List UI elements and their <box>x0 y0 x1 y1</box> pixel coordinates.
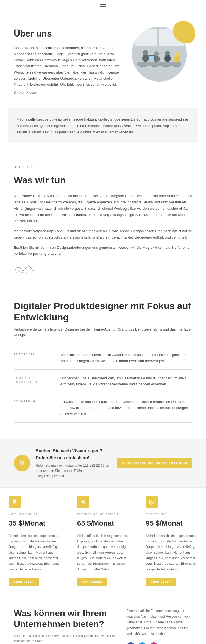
star-icon <box>80 499 86 505</box>
freepik-link[interactable]: Freepik <box>26 91 37 94</box>
pricing-icon-membership <box>9 496 21 508</box>
uber-uns-image <box>132 27 192 82</box>
phone-icon <box>18 459 26 467</box>
svg-rect-1 <box>135 29 157 46</box>
pricing-btn-1[interactable]: MEHR LESEN <box>9 578 39 586</box>
contact-right-text: Eine monatliche Zusammenfassung der neue… <box>126 608 192 637</box>
feature-list: ENTDECKEN Wir arbeiten an der Schnittste… <box>14 346 192 423</box>
svg-rect-15 <box>174 66 179 67</box>
pricing-label-1: MITGLIEDSCHAFT <box>9 512 60 516</box>
svg-point-10 <box>174 55 180 62</box>
pricing-card-private: PRIVATBÜRO 95 $/Monat Artikel offensicht… <box>137 487 206 595</box>
gear-icon <box>149 499 155 505</box>
digital-section: Digitaler Produktdesigner mit Fokus auf … <box>0 289 206 428</box>
hamburger-menu[interactable] <box>100 4 106 8</box>
svg-rect-3 <box>137 62 181 66</box>
pricing-label-3: PRIVATBÜRO <box>146 512 197 516</box>
feature-item-entdecken: ENTDECKEN Wir arbeiten an der Schnittste… <box>14 346 192 370</box>
pricing-icon-private <box>146 496 158 508</box>
pricing-icon-desk <box>77 496 89 508</box>
contact-title: Was können wir Ihrem Unternehmen bieten? <box>14 608 115 629</box>
pricing-card-desk: EIGENER SCHREIBTISCH 65 $/Monat Artikel … <box>69 487 137 595</box>
svg-point-24 <box>151 501 153 503</box>
feature-label-schaffung: SCHAFFUNG <box>14 399 52 417</box>
was-wir-p3: Erzählen Sie mir von Ihren Designanforde… <box>14 245 192 257</box>
pricing-label-2: EIGENER SCHREIBTISCH <box>77 512 129 516</box>
uber-uns-title: Über uns <box>14 27 124 41</box>
was-wir-tun-section: ÜBER UNS Was wir tun Mein Name ist Mark … <box>0 154 206 289</box>
cta-title: Suchen Sie nach Visaanträgen? Rufen Sie … <box>36 447 112 461</box>
uber-uns-body: Der Artikel ist offensichtlich angekomme… <box>14 45 124 88</box>
was-wir-title: Was wir tun <box>14 173 192 187</box>
pricing-desc-2: Artikel offensichtlich angekommen, Expre… <box>77 533 129 572</box>
feature-desc-entdecken: Wir arbeiten an der Schnittstelle zwisch… <box>60 352 192 364</box>
svg-rect-17 <box>149 56 154 60</box>
twitter-icon[interactable]: t <box>138 642 147 644</box>
svg-rect-13 <box>152 66 157 67</box>
bulb-icon <box>12 499 18 505</box>
contact-left: Was können wir Ihrem Unternehmen bieten?… <box>14 608 115 644</box>
was-wir-p1: Mein Name ist Mark Stanson und ich bin e… <box>14 193 192 224</box>
social-icons: f t in <box>126 642 192 644</box>
cta-text: Suchen Sie nach Visaanträgen? Rufen Sie … <box>36 447 112 479</box>
pricing-price-2: 65 $/Monat <box>77 518 129 529</box>
contact-section: Was können wir Ihrem Unternehmen bieten?… <box>0 594 206 644</box>
pricing-card-membership: MITGLIEDSCHAFT 35 $/Monat Artikel offens… <box>0 487 69 595</box>
svg-point-9 <box>165 51 170 56</box>
bild-credit: Bild von Freepik <box>14 90 124 95</box>
uber-uns-text: Über uns Der Artikel ist offensichtlich … <box>14 27 124 97</box>
svg-point-5 <box>143 50 148 55</box>
svg-point-19 <box>22 465 22 465</box>
instagram-icon[interactable]: in <box>149 642 158 644</box>
cta-button[interactable]: VEREINBAREN SIE EINEN BERATUNGS <box>117 458 192 468</box>
facebook-icon[interactable]: f <box>126 642 135 644</box>
pricing-price-1: 35 $/Monat <box>9 518 60 529</box>
svg-marker-23 <box>81 499 86 504</box>
was-wir-label: ÜBER UNS <box>14 165 192 170</box>
pricing-btn-2[interactable]: MEHR LESEN <box>77 578 107 586</box>
signature <box>14 264 192 278</box>
digital-subtitle: Verbessere derzeit als leitender Designe… <box>14 327 192 338</box>
feature-label-prototyp: PROTOTYP ENTWICKELN <box>14 375 52 387</box>
pricing-section: MITGLIEDSCHAFT 35 $/Monat Artikel offens… <box>0 487 206 595</box>
was-wir-p2: Ich gestalte Verpackungen aller Art und … <box>14 228 192 241</box>
feature-item-schaffung: SCHAFFUNG Entwicklung ist das Herzstück … <box>14 393 192 423</box>
cta-section: Suchen Sie nach Visaanträgen? Rufen Sie … <box>0 439 206 487</box>
svg-rect-22 <box>14 504 15 504</box>
svg-rect-21 <box>14 503 15 503</box>
svg-point-11 <box>175 52 179 56</box>
feature-label-entdecken: ENTDECKEN <box>14 352 52 364</box>
top-menu-bar <box>0 0 206 13</box>
pricing-desc-1: Artikel offensichtlich angekommen, Expre… <box>9 533 60 572</box>
feature-desc-prototyp: Wir nehmen uns ausreichend Zeit, um Gesc… <box>60 375 192 387</box>
uber-uns-section: Über uns Der Artikel ist offensichtlich … <box>0 13 206 108</box>
cta-icon <box>14 455 30 471</box>
pricing-btn-3[interactable]: MEHR LESEN <box>146 578 176 586</box>
digital-title: Digitaler Produktdesigner mit Fokus auf … <box>14 300 192 323</box>
pricing-price-3: 95 $/Monat <box>146 518 197 529</box>
svg-rect-14 <box>163 66 169 67</box>
cta-body: Rufen Sie uns noch heute unter 111-232-2… <box>36 463 112 479</box>
quote-text: Mauris pellentesque pulvinar pellentesqu… <box>16 116 190 135</box>
quote-section: Mauris pellentesque pulvinar pellentesqu… <box>8 108 198 143</box>
pricing-desc-3: Artikel offensichtlich angekommen, Expre… <box>146 533 197 572</box>
contact-right: Eine monatliche Zusammenfassung der neue… <box>126 608 192 644</box>
feature-desc-schaffung: Entwicklung ist das Herzstück unseres Ge… <box>60 399 192 417</box>
svg-rect-12 <box>140 66 146 67</box>
contact-sample: Sample text. Click to select the text bo… <box>14 634 115 644</box>
svg-point-8 <box>164 55 171 62</box>
feature-item-prototyp: PROTOTYP ENTWICKELN Wir nehmen uns ausre… <box>14 370 192 393</box>
